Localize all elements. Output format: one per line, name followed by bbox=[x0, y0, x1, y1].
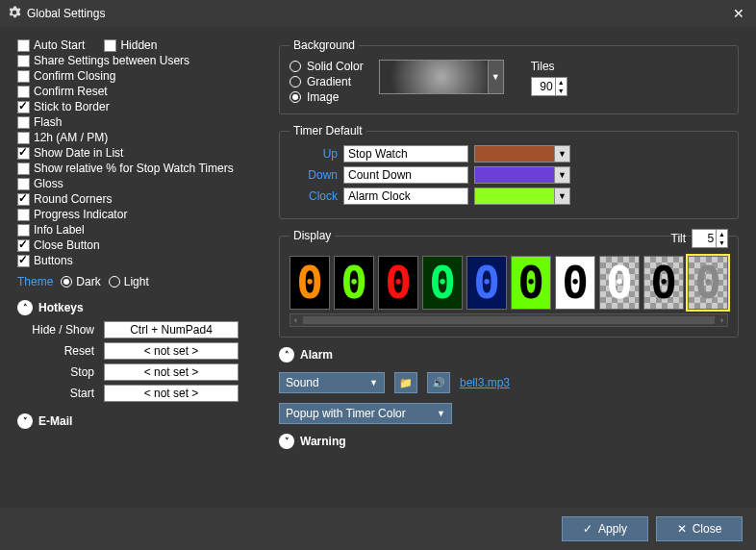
window-title: Global Settings bbox=[27, 7, 105, 20]
spinner-up-icon[interactable]: ▲ bbox=[717, 230, 727, 238]
buttons-checkbox[interactable] bbox=[17, 255, 30, 267]
show-date-label: Show Date in List bbox=[34, 146, 123, 160]
check-icon: ✓ bbox=[583, 522, 592, 536]
chevron-down-icon[interactable]: ▼ bbox=[554, 146, 569, 162]
td-down-name[interactable] bbox=[343, 166, 468, 184]
confirm-closing-label: Confirm Closing bbox=[34, 69, 115, 83]
alarm-browse-button[interactable]: 📁 bbox=[394, 372, 417, 393]
hotkeys-toggle[interactable]: ˄ Hotkeys bbox=[17, 300, 267, 315]
chevron-down-icon[interactable]: ▼ bbox=[488, 61, 503, 93]
timer-default-legend: Timer Default bbox=[290, 124, 366, 138]
bg-gradient-radio[interactable] bbox=[290, 76, 301, 88]
chevron-up-icon: ˄ bbox=[17, 300, 33, 315]
share-users-checkbox[interactable] bbox=[17, 55, 30, 67]
progress-checkbox[interactable] bbox=[17, 209, 30, 221]
tiles-input[interactable] bbox=[532, 80, 555, 93]
alarm-mode-dropdown[interactable]: Sound ▼ bbox=[279, 372, 385, 393]
alarm-popup-dropdown[interactable]: Popup with Timer Color ▼ bbox=[279, 403, 452, 424]
digit-style-6[interactable]: 0 bbox=[555, 256, 595, 310]
digit-style-3[interactable]: 0 bbox=[422, 256, 463, 310]
td-clock-label: Clock bbox=[290, 189, 338, 203]
digit-style-8[interactable]: 0 bbox=[643, 256, 684, 310]
digit-style-2[interactable]: 0 bbox=[378, 256, 418, 310]
apply-button[interactable]: ✓ Apply bbox=[562, 516, 648, 541]
display-legend: Display bbox=[290, 229, 335, 242]
share-users-label: Share Settings between Users bbox=[34, 54, 189, 67]
info-label-checkbox[interactable] bbox=[17, 224, 30, 237]
tiles-label: Tiles bbox=[531, 60, 567, 73]
progress-label: Progress Indicator bbox=[34, 208, 127, 221]
td-clock-name[interactable] bbox=[343, 188, 468, 205]
show-date-checkbox[interactable] bbox=[17, 147, 30, 160]
spinner-down-icon[interactable]: ▼ bbox=[556, 87, 567, 95]
warning-title: Warning bbox=[300, 435, 346, 448]
td-down-color[interactable]: ▼ bbox=[474, 166, 570, 184]
gloss-checkbox[interactable] bbox=[17, 178, 30, 190]
scroll-right-icon[interactable]: › bbox=[720, 315, 723, 325]
confirm-reset-checkbox[interactable] bbox=[17, 86, 30, 98]
theme-light-radio[interactable] bbox=[109, 276, 120, 288]
tilt-spinner[interactable]: ▲▼ bbox=[692, 229, 728, 248]
hk-reset-label: Reset bbox=[17, 342, 94, 360]
digit-style-9[interactable]: 0 bbox=[688, 256, 728, 310]
bg-solid-radio[interactable] bbox=[290, 61, 301, 72]
bg-image-radio[interactable] bbox=[290, 91, 301, 103]
spinner-up-icon[interactable]: ▲ bbox=[556, 78, 567, 87]
relpercent-checkbox[interactable] bbox=[17, 162, 30, 175]
td-down-label: Down bbox=[290, 168, 338, 182]
hk-stop-input[interactable] bbox=[104, 363, 239, 381]
email-title: E-Mail bbox=[38, 414, 72, 428]
apply-label: Apply bbox=[598, 522, 627, 536]
alarm-toggle[interactable]: ˄ Alarm bbox=[279, 347, 739, 362]
close-button[interactable]: ✕ Close bbox=[656, 516, 743, 541]
confirm-closing-checkbox[interactable] bbox=[17, 70, 30, 83]
digit-style-0[interactable]: 0 bbox=[290, 256, 330, 310]
close-label: Close bbox=[693, 522, 722, 536]
chevron-down-icon: ˅ bbox=[17, 413, 33, 429]
display-scrollbar[interactable]: ‹ › bbox=[290, 313, 728, 327]
alarm-file-link[interactable]: bell3.mp3 bbox=[460, 376, 510, 389]
tiles-spinner[interactable]: ▲▼ bbox=[531, 77, 567, 96]
alarm-popup-value: Popup with Timer Color bbox=[286, 407, 406, 420]
digit-style-4[interactable]: 0 bbox=[466, 256, 507, 310]
email-toggle[interactable]: ˅ E-Mail bbox=[17, 413, 267, 429]
bg-swatch-picker[interactable]: ▼ bbox=[379, 60, 504, 94]
alarm-play-button[interactable]: 🔊 bbox=[427, 372, 450, 393]
hk-stop-label: Stop bbox=[17, 363, 94, 381]
hidden-checkbox[interactable] bbox=[104, 39, 116, 52]
chevron-down-icon: ˅ bbox=[279, 434, 294, 449]
theme-dark-radio[interactable] bbox=[61, 276, 72, 288]
window-close-button[interactable]: ✕ bbox=[729, 6, 748, 21]
scroll-left-icon[interactable]: ‹ bbox=[294, 315, 297, 325]
round-corners-label: Round Corners bbox=[34, 192, 112, 206]
buttons-label: Buttons bbox=[34, 254, 73, 267]
stick-border-label: Stick to Border bbox=[34, 100, 110, 113]
ampm-checkbox[interactable] bbox=[17, 132, 30, 144]
gears-icon bbox=[8, 6, 21, 22]
close-button-checkbox[interactable] bbox=[17, 239, 30, 252]
td-up-color[interactable]: ▼ bbox=[474, 145, 570, 162]
digit-style-7[interactable]: 0 bbox=[599, 256, 640, 310]
stick-border-checkbox[interactable] bbox=[17, 101, 30, 113]
hk-hideshow-input[interactable] bbox=[104, 321, 239, 338]
td-up-name[interactable] bbox=[343, 145, 468, 162]
chevron-down-icon[interactable]: ▼ bbox=[554, 188, 569, 204]
spinner-down-icon[interactable]: ▼ bbox=[717, 238, 727, 247]
titlebar: Global Settings ✕ bbox=[0, 0, 756, 27]
hidden-label: Hidden bbox=[120, 38, 157, 52]
td-clock-color[interactable]: ▼ bbox=[474, 188, 570, 205]
round-corners-checkbox[interactable] bbox=[17, 193, 30, 206]
digit-style-5[interactable]: 0 bbox=[511, 256, 551, 310]
theme-light-label: Light bbox=[124, 275, 149, 288]
tilt-input[interactable] bbox=[693, 232, 716, 245]
hotkeys-title: Hotkeys bbox=[38, 301, 84, 314]
bg-gradient-label: Gradient bbox=[307, 75, 351, 88]
hk-hideshow-label: Hide / Show bbox=[17, 321, 94, 338]
chevron-down-icon[interactable]: ▼ bbox=[554, 167, 569, 183]
warning-toggle[interactable]: ˅ Warning bbox=[279, 434, 739, 449]
hk-reset-input[interactable] bbox=[104, 342, 239, 360]
autostart-checkbox[interactable] bbox=[17, 39, 30, 52]
hk-start-input[interactable] bbox=[104, 385, 239, 402]
flash-checkbox[interactable] bbox=[17, 116, 30, 129]
digit-style-1[interactable]: 0 bbox=[334, 256, 374, 310]
